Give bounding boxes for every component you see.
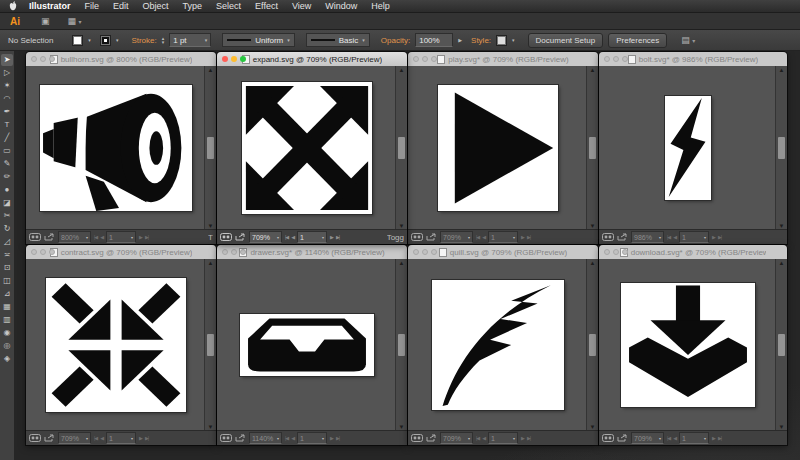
export-icon[interactable]: [44, 233, 55, 241]
zoom-window-button[interactable]: [49, 56, 55, 62]
close-button[interactable]: [222, 249, 228, 255]
zoom-level-field[interactable]: 709%▾: [631, 432, 664, 444]
menu-item-object[interactable]: Object: [136, 0, 176, 12]
close-button[interactable]: [31, 56, 37, 62]
window-titlebar[interactable]: bullhorn.svg @ 800% (RGB/Preview): [26, 52, 216, 66]
close-button[interactable]: [222, 56, 228, 62]
menu-item-file[interactable]: File: [78, 0, 107, 12]
canvas-area[interactable]: ▲▼: [599, 66, 787, 230]
opacity-field[interactable]: 100%: [415, 33, 453, 47]
rotate-tool[interactable]: ↻: [1, 223, 13, 235]
artboard-nav-field[interactable]: 1▾: [488, 231, 518, 243]
stroke-weight-stepper[interactable]: ▴▾: [162, 36, 165, 44]
menu-item-help[interactable]: Help: [364, 0, 397, 12]
view-widget-icon[interactable]: [220, 233, 232, 241]
first-artboard-button[interactable]: |◀: [94, 435, 97, 441]
last-artboard-button[interactable]: ▶|: [336, 435, 339, 441]
scroll-up-icon[interactable]: ▲: [205, 66, 216, 74]
window-titlebar[interactable]: expand.svg @ 709% (RGB/Preview): [217, 52, 407, 66]
view-widget-icon[interactable]: [602, 233, 614, 241]
type-tool[interactable]: T: [1, 119, 13, 131]
mesh-tool[interactable]: ▦: [1, 301, 13, 313]
window-titlebar[interactable]: contract.svg @ 709% (RGB/Preview): [26, 245, 216, 259]
paintbrush-tool[interactable]: ✎: [1, 158, 13, 170]
rectangle-tool[interactable]: ▭: [1, 145, 13, 157]
perspective-grid-tool[interactable]: ⊿: [1, 288, 13, 300]
zoom-window-button[interactable]: [240, 56, 246, 62]
artboard-nav-field[interactable]: 1▾: [297, 432, 327, 444]
vertical-scrollbar[interactable]: ▲▼: [586, 259, 598, 431]
minimize-button[interactable]: [231, 249, 237, 255]
artboard-nav-field[interactable]: 1▾: [679, 231, 709, 243]
artboard-nav-field[interactable]: 1▾: [297, 231, 327, 243]
window-titlebar[interactable]: play.svg* @ 709% (RGB/Preview): [408, 52, 598, 66]
zoom-level-field[interactable]: 709%▾: [58, 432, 91, 444]
zoom-level-field[interactable]: 709%▾: [440, 432, 473, 444]
blend-tool[interactable]: ◎: [1, 340, 13, 352]
minimize-button[interactable]: [613, 56, 619, 62]
scrollbar-thumb[interactable]: [398, 334, 405, 356]
scroll-up-icon[interactable]: ▲: [776, 66, 787, 74]
prev-artboard-button[interactable]: ◀: [100, 435, 103, 441]
scrollbar-thumb[interactable]: [589, 137, 596, 159]
document-setup-button[interactable]: Document Setup: [528, 33, 604, 48]
vertical-scrollbar[interactable]: ▲▼: [586, 66, 598, 230]
menu-item-window[interactable]: Window: [318, 0, 364, 12]
close-button[interactable]: [604, 249, 610, 255]
workspace-switcher[interactable]: ▦ ▾: [68, 16, 82, 26]
style-dropdown-icon[interactable]: ▾: [512, 37, 515, 43]
export-icon[interactable]: [426, 233, 437, 241]
last-artboard-button[interactable]: ▶|: [527, 234, 530, 240]
vertical-scrollbar[interactable]: ▲▼: [204, 259, 216, 431]
next-artboard-button[interactable]: ▶: [330, 234, 333, 240]
minimize-button[interactable]: [40, 56, 46, 62]
close-button[interactable]: [31, 249, 37, 255]
scrollbar-thumb[interactable]: [207, 137, 214, 159]
zoom-window-button[interactable]: [431, 56, 437, 62]
minimize-button[interactable]: [422, 249, 428, 255]
prev-artboard-button[interactable]: ◀: [100, 234, 103, 240]
prev-artboard-button[interactable]: ◀: [291, 234, 294, 240]
menu-item-view[interactable]: View: [285, 0, 318, 12]
first-artboard-button[interactable]: |◀: [285, 234, 288, 240]
canvas-area[interactable]: ▲▼: [26, 66, 216, 230]
view-widget-icon[interactable]: [29, 434, 41, 442]
zoom-level-field[interactable]: 1140%▾: [249, 432, 282, 444]
next-artboard-button[interactable]: ▶: [521, 234, 524, 240]
minimize-button[interactable]: [613, 249, 619, 255]
vertical-scrollbar[interactable]: ▲▼: [395, 259, 407, 431]
direct-selection-tool[interactable]: ▷: [1, 67, 13, 79]
prev-artboard-button[interactable]: ◀: [673, 234, 676, 240]
eyedropper-tool[interactable]: ◉: [1, 327, 13, 339]
shape-builder-tool[interactable]: ◫: [1, 275, 13, 287]
view-widget-icon[interactable]: [602, 434, 614, 442]
prev-artboard-button[interactable]: ◀: [291, 435, 294, 441]
pen-tool[interactable]: ✒: [1, 106, 13, 118]
opacity-arrow-icon[interactable]: ▶: [458, 37, 462, 43]
last-artboard-button[interactable]: ▶|: [527, 435, 530, 441]
symbol-sprayer-tool[interactable]: ◈: [1, 353, 13, 365]
scroll-up-icon[interactable]: ▲: [396, 66, 407, 74]
zoom-level-field[interactable]: 800%▾: [58, 231, 91, 243]
export-icon[interactable]: [235, 434, 246, 442]
artboard-nav-field[interactable]: 1▾: [679, 432, 709, 444]
scroll-up-icon[interactable]: ▲: [587, 259, 598, 267]
artboard-nav-field[interactable]: 1▾: [106, 432, 136, 444]
menu-item-type[interactable]: Type: [176, 0, 210, 12]
menu-item-effect[interactable]: Effect: [248, 0, 285, 12]
canvas-area[interactable]: ▲▼: [408, 259, 598, 431]
arrange-documents-icon[interactable]: ▣: [41, 16, 50, 26]
scroll-up-icon[interactable]: ▲: [205, 259, 216, 267]
last-artboard-button[interactable]: ▶|: [145, 435, 148, 441]
zoom-window-button[interactable]: [240, 249, 246, 255]
width-tool[interactable]: ≍: [1, 249, 13, 261]
artboard-nav-field[interactable]: 1▾: [106, 231, 136, 243]
scroll-up-icon[interactable]: ▲: [776, 259, 787, 267]
first-artboard-button[interactable]: |◀: [285, 435, 288, 441]
export-icon[interactable]: [617, 233, 628, 241]
opacity-label[interactable]: Opacity:: [381, 36, 410, 45]
zoom-window-button[interactable]: [622, 56, 628, 62]
last-artboard-button[interactable]: ▶|: [718, 435, 721, 441]
vertical-scrollbar[interactable]: ▲▼: [204, 66, 216, 230]
zoom-level-field[interactable]: 709%▾: [440, 231, 473, 243]
